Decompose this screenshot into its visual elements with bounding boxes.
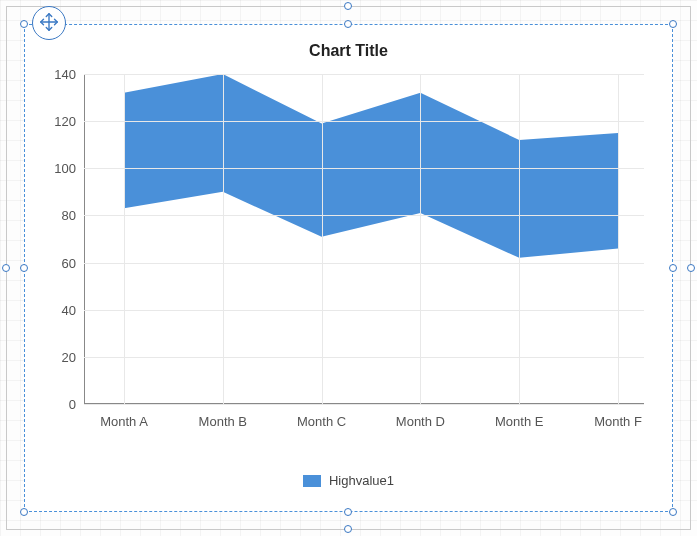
move-handle[interactable] xyxy=(32,6,66,40)
gridline-h xyxy=(84,263,644,264)
chart-object[interactable]: Chart Title 020406080100120140Month AMon… xyxy=(34,34,663,502)
gridline-v xyxy=(223,74,224,404)
y-tick-label: 40 xyxy=(62,302,76,317)
x-tick-label: Month D xyxy=(396,414,445,429)
resize-handle-e[interactable] xyxy=(687,264,695,272)
legend-label: Highvalue1 xyxy=(329,473,394,488)
gridline-v xyxy=(322,74,323,404)
plot-area: 020406080100120140Month AMonth BMonth CM… xyxy=(84,74,644,404)
x-tick-label: Month B xyxy=(199,414,247,429)
y-tick-label: 100 xyxy=(54,161,76,176)
x-tick-label: Month A xyxy=(100,414,148,429)
gridline-h xyxy=(84,357,644,358)
y-tick-label: 0 xyxy=(69,397,76,412)
inner-handle-n[interactable] xyxy=(344,20,352,28)
legend-swatch xyxy=(303,475,321,487)
inner-handle-w[interactable] xyxy=(20,264,28,272)
resize-handle-s[interactable] xyxy=(344,525,352,533)
x-tick-label: Month F xyxy=(594,414,642,429)
inner-handle-nw[interactable] xyxy=(20,20,28,28)
y-tick-label: 120 xyxy=(54,114,76,129)
resize-handle-n[interactable] xyxy=(344,2,352,10)
inner-handle-se[interactable] xyxy=(669,508,677,516)
resize-handle-w[interactable] xyxy=(2,264,10,272)
chart-title: Chart Title xyxy=(34,34,663,60)
gridline-h xyxy=(84,121,644,122)
inner-handle-sw[interactable] xyxy=(20,508,28,516)
gridline-h xyxy=(84,215,644,216)
inner-handle-e[interactable] xyxy=(669,264,677,272)
y-tick-label: 20 xyxy=(62,349,76,364)
inner-handle-s[interactable] xyxy=(344,508,352,516)
gridline-v xyxy=(618,74,619,404)
move-icon xyxy=(38,11,60,36)
gridline-v xyxy=(420,74,421,404)
y-tick-label: 60 xyxy=(62,255,76,270)
gridline-h xyxy=(84,74,644,75)
range-area-series xyxy=(84,74,644,404)
y-tick-label: 80 xyxy=(62,208,76,223)
inner-handle-ne[interactable] xyxy=(669,20,677,28)
gridline-h xyxy=(84,404,644,405)
gridline-v xyxy=(519,74,520,404)
gridline-v xyxy=(124,74,125,404)
x-tick-label: Month C xyxy=(297,414,346,429)
gridline-h xyxy=(84,310,644,311)
y-tick-label: 140 xyxy=(54,67,76,82)
x-tick-label: Month E xyxy=(495,414,543,429)
legend: Highvalue1 xyxy=(34,473,663,488)
gridline-h xyxy=(84,168,644,169)
